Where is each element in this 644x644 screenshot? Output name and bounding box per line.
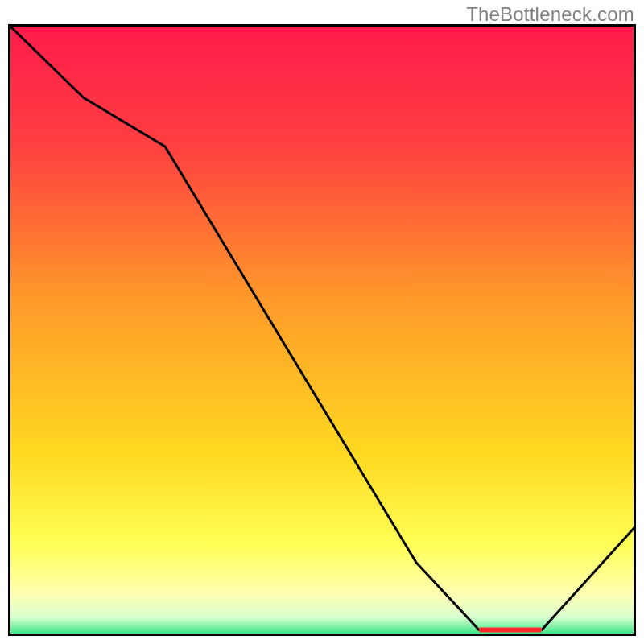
chart-svg: [8, 24, 636, 636]
plot-area: [8, 24, 636, 636]
gradient-background: [8, 24, 636, 636]
watermark-text: TheBottleneck.com: [466, 3, 634, 26]
chart-stage: TheBottleneck.com: [0, 0, 644, 644]
optimum-marker: [479, 627, 542, 632]
